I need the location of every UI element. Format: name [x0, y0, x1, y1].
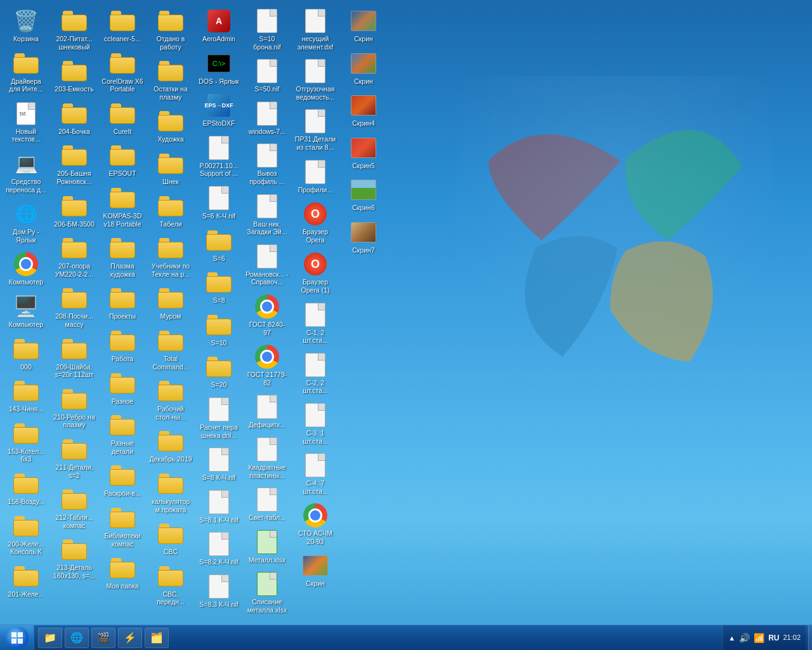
icon-total[interactable]: Total Command...	[148, 326, 193, 373]
icon-vashnik[interactable]: Ваш ник, Загадки Эй...	[244, 191, 290, 239]
icon-proekty[interactable]: Проекты	[100, 283, 145, 323]
icon-s10f[interactable]: S=10	[196, 310, 242, 350]
icon-c47[interactable]: С-4, 7 шт.ста...	[292, 450, 338, 498]
icon-s20f[interactable]: S=20	[196, 352, 242, 392]
icon-gost21779[interactable]: ГОСТ 21779-82	[244, 342, 290, 389]
icon-deficith[interactable]: Дефицитк...	[244, 392, 290, 432]
taskbar-btn-ie[interactable]: 🌐	[65, 628, 89, 648]
icon-f153[interactable]: 153-Котел... 6х3	[3, 418, 49, 466]
icon-cbc2[interactable]: CBC, передн...	[148, 561, 193, 609]
tray-lang[interactable]: RU	[768, 633, 779, 642]
icon-s8knif[interactable]: S=8 К-Ч.nif	[196, 444, 242, 484]
icon-scrin7[interactable]: Скрин7	[341, 217, 386, 257]
icon-cto[interactable]: СТО АСЧМ 20-93	[292, 500, 338, 548]
icon-domru[interactable]: 🌐 Дом.Ру - Ярлык	[3, 199, 49, 246]
taskbar-btn-files[interactable]: 🗂️	[145, 628, 169, 648]
icon-f209[interactable]: 209-Шайба, s=20г 112шт	[51, 334, 97, 381]
icon-cclean[interactable]: ccleaner-5...	[100, 6, 145, 46]
icon-scrin6[interactable]: Скрин6	[341, 175, 386, 215]
icon-gost8240[interactable]: ГОСТ 8240-97	[244, 291, 290, 339]
icon-f200[interactable]: 200-Желе... Консоль К	[3, 511, 49, 559]
icon-ostatki[interactable]: Остатки на плазму	[148, 56, 193, 103]
icon-s10nif[interactable]: S=10 брона.nif	[244, 6, 290, 53]
icon-aeroadmin[interactable]: A AeroAdmin	[196, 6, 242, 46]
icon-c31[interactable]: С-3, 1 шт.ста...	[292, 400, 338, 448]
icon-scrin3[interactable]: Скрин	[341, 48, 386, 88]
icon-f201[interactable]: 201-Желе...	[3, 561, 49, 601]
icon-nesush[interactable]: несущий элемент.dxf	[292, 6, 338, 53]
icon-profil[interactable]: Профили...	[292, 157, 338, 197]
icon-s8f[interactable]: S=8	[196, 267, 242, 307]
icon-uchebniki[interactable]: Учебники по Текле на р...	[148, 233, 193, 281]
icon-s6f[interactable]: S=6	[196, 225, 242, 265]
tray-network-icon[interactable]: 🔊	[739, 633, 750, 643]
icon-rabochstol[interactable]: Рабочий стол-ны...	[148, 376, 193, 423]
icon-shnek[interactable]: Шнек	[148, 149, 193, 189]
icon-new-txt[interactable]: txt Новый текстов...	[3, 98, 49, 146]
icon-f210[interactable]: 210-Ребро на плазму	[51, 384, 97, 432]
icon-f205[interactable]: 205-Башня Рожновск...	[51, 140, 97, 188]
icon-raznoe[interactable]: Разное	[100, 368, 145, 408]
taskbar-btn-explorer[interactable]: 📁	[38, 628, 62, 648]
icon-f203[interactable]: 203-Емкость	[51, 56, 97, 96]
icon-f213[interactable]: 213-Деталь 160х130, s=...	[51, 534, 97, 582]
icon-metall[interactable]: Металл.xlsx	[244, 527, 290, 567]
icon-dec2019[interactable]: Декабрь 2019	[148, 426, 193, 466]
icon-raskroi[interactable]: Раскрои-в...	[100, 460, 145, 500]
icon-spis-met[interactable]: Списание металла.xlsx	[244, 569, 290, 616]
icon-f158[interactable]: 158-Возду...	[3, 468, 49, 508]
icon-f143[interactable]: 143-Чиня...	[3, 376, 49, 416]
icon-otgruz[interactable]: Отгрузочная ведомость...	[292, 56, 338, 103]
icon-otdano[interactable]: Отдано в работу	[148, 6, 193, 53]
icon-s83knif[interactable]: S=8.3 К-Ч.nif	[196, 571, 242, 611]
icon-s81knif[interactable]: S=8.1 К-Ч.nif	[196, 487, 242, 527]
icon-kvadrat[interactable]: Квадратные пластины...	[244, 434, 290, 482]
system-clock[interactable]: 21:02	[783, 633, 801, 642]
icon-hudoshka[interactable]: Художка	[148, 106, 193, 146]
icon-p00271[interactable]: P.00271.10... Support of ...	[196, 133, 242, 180]
icon-br-opera1[interactable]: O Браузер Opera	[292, 199, 338, 246]
taskbar-btn-flash[interactable]: ⚡	[118, 628, 142, 648]
icon-razndet[interactable]: Разные детали	[100, 410, 145, 458]
icon-f206[interactable]: 206-БМ-3500	[51, 191, 97, 231]
icon-vyvoz[interactable]: Вывоз профиль ...	[244, 140, 290, 188]
icon-cureit[interactable]: CureIt	[100, 98, 145, 138]
icon-svet[interactable]: Свет-табл...	[244, 484, 290, 524]
icon-br-opera2[interactable]: O Браузер Opera (1)	[292, 249, 338, 296]
icon-cbc1[interactable]: CBC	[148, 519, 193, 559]
icon-s50nif[interactable]: S=50.nif	[244, 56, 290, 96]
icon-scrin5[interactable]: Скрин5	[341, 133, 386, 173]
icon-tabeli[interactable]: Табели	[148, 191, 193, 231]
icon-computer[interactable]: 🖥️ Компьютер	[3, 291, 49, 331]
icon-biblio[interactable]: Библиотеки компас	[100, 503, 145, 550]
show-desktop-button[interactable]	[808, 625, 812, 651]
icon-f212[interactable]: 212-Табли... компас	[51, 484, 97, 532]
icon-c22[interactable]: С-2, 2 шт.ста...	[292, 350, 338, 397]
icon-scrin1[interactable]: Скрин	[292, 550, 338, 590]
icon-plasma[interactable]: Плазма художка	[100, 233, 145, 281]
icon-f204[interactable]: 204-Бочка	[51, 98, 97, 138]
icon-rashperna[interactable]: Расчет пера шнека dnl...	[196, 394, 242, 442]
icon-f208[interactable]: 208-Посчи... массу	[51, 283, 97, 331]
taskbar-btn-media[interactable]: 🎬	[91, 628, 115, 648]
icon-drv-inte[interactable]: Драйвера для Инте...	[3, 48, 49, 96]
icon-s82knif[interactable]: S=8.2 К-Ч.nif	[196, 529, 242, 569]
icon-chrome[interactable]: Компьютер	[3, 249, 49, 289]
icon-kompas[interactable]: KOMPAS-3D v18 Portable	[100, 183, 145, 230]
icon-epstodxf[interactable]: EPS→DXF EPStoDXF	[196, 90, 242, 130]
icon-kalkulyator[interactable]: калькулятор м.проката	[148, 468, 193, 516]
icon-f207[interactable]: 207-опора УМ220-2-2...	[51, 233, 97, 281]
icon-moypapka[interactable]: Моя папка	[100, 553, 145, 593]
icon-f202[interactable]: 202-Питат... шнековый	[51, 6, 97, 53]
tray-speaker-icon[interactable]: 📶	[754, 633, 764, 643]
icon-f211[interactable]: 211-Детали, s=2	[51, 434, 97, 482]
icon-dos[interactable]: C:\> DOS - Ярлык	[196, 48, 242, 88]
icon-romanovsk[interactable]: Романовск... - Справоч...	[244, 241, 290, 289]
icon-s6knif[interactable]: S=6 К-Ч.nif	[196, 183, 242, 223]
icon-recycle[interactable]: 🗑️ Корзина	[3, 6, 49, 46]
icon-pr31[interactable]: ПР31.Детали из стали 8...	[292, 106, 338, 154]
icon-scrin2[interactable]: Скрин	[341, 6, 386, 46]
icon-windows7[interactable]: windows-7...	[244, 98, 290, 138]
icon-sredstvo[interactable]: 💻 Средство переноса д...	[3, 149, 49, 196]
start-button[interactable]	[0, 625, 34, 651]
